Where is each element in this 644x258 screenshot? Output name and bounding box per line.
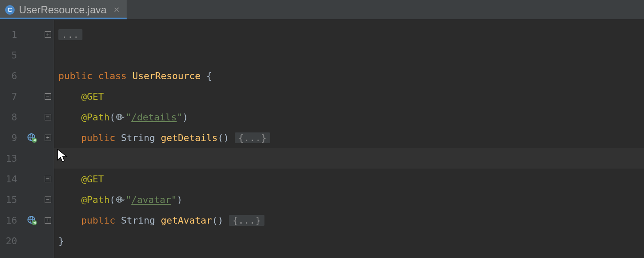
code-editor[interactable]: 1567891314151620 +−−+−−+ ...public class…	[0, 20, 644, 258]
globe-icon[interactable]	[116, 196, 125, 203]
class-file-icon: C	[5, 5, 15, 15]
line-number: 8	[0, 112, 21, 123]
folded-region[interactable]: {...}	[235, 132, 270, 143]
editor-tab[interactable]: C UserResource.java ✕	[0, 0, 127, 19]
endpoint-gutter-icon[interactable]	[27, 133, 36, 142]
globe-icon[interactable]	[116, 113, 125, 121]
endpoint-gutter-icon[interactable]	[27, 215, 36, 225]
fold-toggle-icon[interactable]: −	[45, 93, 51, 100]
fold-toggle-icon[interactable]: −	[45, 176, 51, 182]
folded-region[interactable]: {...}	[229, 215, 264, 226]
code-line[interactable]: public String getDetails() {...}	[54, 132, 270, 143]
fold-toggle-icon[interactable]: +	[45, 217, 51, 224]
line-number: 1	[0, 29, 21, 40]
line-number: 13	[0, 153, 21, 164]
fold-toggle-icon[interactable]: +	[45, 31, 51, 38]
code-line[interactable]: ...	[54, 29, 82, 40]
code-line[interactable]: public class UserResource {	[54, 71, 212, 81]
code-line[interactable]: }	[54, 236, 64, 246]
line-number: 5	[0, 50, 21, 61]
code-area[interactable]: ...public class UserResource { @GET @Pat…	[54, 20, 644, 258]
code-line[interactable]: @Path("/details")	[54, 112, 188, 123]
line-number: 14	[0, 174, 21, 184]
folded-region[interactable]: ...	[58, 29, 82, 40]
line-number: 15	[0, 194, 21, 205]
code-line[interactable]: @GET	[54, 174, 104, 184]
code-line[interactable]: @GET	[54, 91, 104, 102]
fold-toggle-icon[interactable]: −	[45, 197, 51, 203]
tab-bar: C UserResource.java ✕	[0, 0, 644, 20]
line-number: 20	[0, 236, 21, 246]
fold-column: +−−+−−+	[42, 20, 54, 258]
fold-toggle-icon[interactable]: −	[45, 114, 51, 120]
fold-toggle-icon[interactable]: +	[45, 135, 51, 141]
line-number: 6	[0, 71, 21, 81]
line-number: 16	[0, 215, 21, 226]
gutter-icon-column	[21, 20, 42, 258]
close-icon[interactable]: ✕	[113, 5, 120, 15]
line-number: 7	[0, 91, 21, 102]
line-number-gutter: 1567891314151620	[0, 20, 21, 258]
tab-filename: UserResource.java	[19, 4, 106, 16]
code-line[interactable]: @Path("/avatar")	[54, 194, 182, 205]
code-line[interactable]: public String getAvatar() {...}	[54, 215, 264, 226]
line-number: 9	[0, 132, 21, 143]
